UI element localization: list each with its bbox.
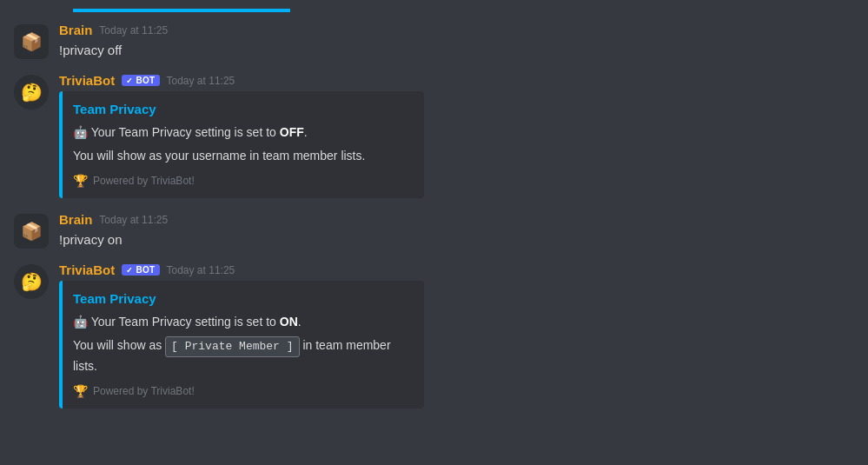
username-triviabot-2: TriviaBot (59, 262, 115, 277)
bot-badge-label-2: BOT (136, 265, 156, 275)
avatar-brain-1: 📦 (14, 24, 49, 59)
embed-footer-2: 🏆 Powered by TriviaBot! (73, 384, 410, 398)
message-header-3: Brain Today at 11:25 (59, 212, 854, 227)
bot-badge-check-1: ✓ (126, 76, 133, 85)
bot-badge-2: ✓ BOT (122, 264, 159, 276)
message-group-3: 📦 Brain Today at 11:25 !privacy on (14, 205, 854, 252)
embed-line1-prefix-1: 🤖 Your Team Privacy setting is set to (73, 125, 280, 139)
embed-status-on: ON (280, 315, 298, 329)
embed-title-2: Team Privacy (73, 291, 410, 306)
username-brain-2: Brain (59, 212, 92, 227)
message-header-4: TriviaBot ✓ BOT Today at 11:25 (59, 262, 854, 277)
timestamp-1: Today at 11:25 (99, 24, 168, 37)
private-member-badge: [ Private Member ] (165, 336, 299, 357)
embed-footer-1: 🏆 Powered by TriviaBot! (73, 174, 410, 188)
embed-status-off: OFF (280, 125, 304, 139)
footer-icon-2: 🏆 (73, 384, 88, 398)
message-group-1: 📦 Brain Today at 11:25 !privacy off (14, 16, 854, 63)
username-triviabot-1: TriviaBot (59, 73, 115, 88)
message-header-2: TriviaBot ✓ BOT Today at 11:25 (59, 73, 854, 88)
embed-description-1: 🤖 Your Team Privacy setting is set to OF… (73, 123, 410, 142)
timestamp-2: Today at 11:25 (167, 75, 235, 87)
embed-privacy-on: Team Privacy 🤖 Your Team Privacy setting… (59, 281, 424, 409)
username-brain-1: Brain (59, 23, 92, 37)
bot-badge-label-1: BOT (136, 76, 156, 85)
message-text-1: !privacy off (59, 41, 854, 59)
avatar-brain-2: 📦 (14, 214, 49, 249)
embed-line2-prefix-2: You will show as (73, 338, 165, 352)
embed-line1-suffix-1: . (304, 125, 308, 139)
avatar-triviabot-1: 🤔 (14, 75, 49, 110)
bot-badge-1: ✓ BOT (122, 75, 159, 86)
top-bar-divider (73, 9, 290, 12)
message-content-4: TriviaBot ✓ BOT Today at 11:25 Team Priv… (59, 262, 854, 409)
embed-line1-suffix-2: . (298, 315, 301, 329)
message-header-1: Brain Today at 11:25 (59, 23, 854, 37)
message-text-3: !privacy on (59, 230, 854, 249)
embed-title-1: Team Privacy (73, 102, 410, 116)
embed-description-2: 🤖 Your Team Privacy setting is set to ON… (73, 313, 410, 331)
timestamp-3: Today at 11:25 (99, 214, 168, 226)
embed-line1-prefix-2: 🤖 Your Team Privacy setting is set to (73, 315, 280, 329)
message-content-3: Brain Today at 11:25 !privacy on (59, 212, 854, 249)
messages-container: 📦 Brain Today at 11:25 !privacy off 🤔 Tr… (0, 0, 868, 433)
message-content-2: TriviaBot ✓ BOT Today at 11:25 Team Priv… (59, 73, 854, 198)
embed-line2-1: You will show as your username in team m… (73, 147, 410, 165)
message-content-1: Brain Today at 11:25 !privacy off (59, 23, 854, 59)
timestamp-4: Today at 11:25 (167, 264, 235, 276)
embed-privacy-off: Team Privacy 🤖 Your Team Privacy setting… (59, 91, 424, 198)
message-group-2: 🤔 TriviaBot ✓ BOT Today at 11:25 Team Pr… (14, 66, 854, 202)
avatar-triviabot-2: 🤔 (14, 264, 49, 299)
embed-line2-2: You will show as [ Private Member ] in t… (73, 336, 410, 375)
footer-text-1: Powered by TriviaBot! (93, 175, 195, 187)
footer-icon-1: 🏆 (73, 174, 88, 188)
message-group-4: 🤔 TriviaBot ✓ BOT Today at 11:25 Team Pr… (14, 256, 854, 412)
bot-badge-check-2: ✓ (126, 266, 133, 275)
footer-text-2: Powered by TriviaBot! (93, 385, 195, 397)
